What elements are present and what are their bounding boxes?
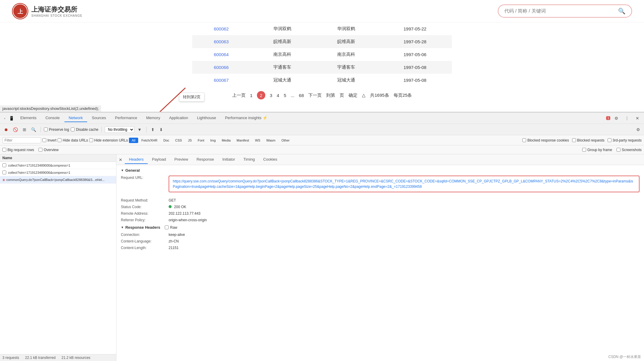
search-btn[interactable]: 🔍: [30, 126, 38, 133]
tab-performance-insights[interactable]: Performance insights ⚡: [221, 114, 272, 122]
filter-type-font[interactable]: Font: [195, 138, 207, 143]
overview-checkbox[interactable]: [38, 148, 42, 152]
request-url-value[interactable]: https://query.sse.com.cn/sseQuery/common…: [173, 179, 633, 189]
request-method-value: GET: [169, 198, 640, 202]
screenshots-check[interactable]: Screenshots: [617, 148, 642, 152]
tab-payload[interactable]: Payload: [148, 155, 170, 164]
stock-code[interactable]: 600067: [192, 74, 250, 87]
close-devtools-icon[interactable]: ✕: [633, 115, 642, 122]
overview-check[interactable]: Overview: [38, 148, 58, 152]
group-by-frame-checkbox[interactable]: [582, 148, 586, 152]
big-rows-check[interactable]: Big request rows: [2, 148, 34, 152]
response-section-header: Response Headers Raw: [121, 225, 640, 230]
filter-type-js[interactable]: JS: [185, 138, 195, 143]
close-headers-btn[interactable]: ✕: [119, 157, 122, 162]
record-button[interactable]: ⏺: [2, 126, 10, 133]
invert-check[interactable]: Invert: [42, 138, 56, 142]
stock-code[interactable]: 600066: [192, 61, 250, 74]
tab-preview[interactable]: Preview: [170, 155, 192, 164]
throttle-dropdown[interactable]: ▼: [136, 126, 143, 133]
hide-data-urls-checkbox[interactable]: [58, 138, 61, 142]
blocked-requests-checkbox[interactable]: [572, 138, 576, 142]
tab-sources[interactable]: Sources: [88, 114, 110, 122]
stock-code[interactable]: 600063: [192, 35, 250, 48]
tab-elements[interactable]: Elements: [16, 114, 41, 122]
third-party-checkbox[interactable]: [608, 138, 611, 142]
filter-input[interactable]: [2, 137, 41, 143]
blocked-response-cookies-check[interactable]: Blocked response cookies: [522, 138, 569, 142]
group-by-frame-check[interactable]: Group by frame: [582, 148, 612, 152]
filter-type-all[interactable]: All: [129, 138, 138, 143]
disable-cache-check[interactable]: Disable cache: [71, 127, 98, 132]
filter-type-wasm[interactable]: Wasm: [264, 138, 278, 143]
clear-button[interactable]: 🚫: [11, 126, 19, 133]
filter-type-other[interactable]: Other: [279, 138, 292, 143]
throttle-select[interactable]: No throttling: [105, 126, 134, 133]
blocked-requests-check[interactable]: Blocked requests: [572, 138, 605, 142]
devtools-main: Name collect?stm=1719123489000&compress=…: [0, 154, 644, 361]
request-list-item[interactable]: collect?stm=1719123489006&compress=1: [0, 169, 116, 176]
filter-type-media[interactable]: Media: [219, 138, 233, 143]
tab-console[interactable]: Console: [41, 114, 64, 122]
preserve-log-checkbox[interactable]: [44, 127, 48, 131]
filter-type-doc[interactable]: Doc: [161, 138, 172, 143]
xhr-icon: ◈: [2, 178, 5, 182]
req-checkbox[interactable]: [2, 163, 6, 167]
tab-cookies[interactable]: Cookies: [259, 155, 281, 164]
search-button[interactable]: 🔍: [618, 7, 625, 15]
settings-icon[interactable]: ⚙: [612, 115, 621, 122]
next-page[interactable]: 下一页: [308, 93, 322, 98]
filter-type-fetch-xhr[interactable]: Fetch/XHR: [139, 138, 160, 143]
screenshots-checkbox[interactable]: [617, 148, 620, 152]
third-party-check[interactable]: 3rd-party requests: [608, 138, 642, 142]
search-bar[interactable]: 🔍: [498, 4, 632, 18]
stock-code[interactable]: 600064: [192, 48, 250, 61]
tab-lighthouse[interactable]: Lighthouse: [193, 114, 220, 122]
raw-checkbox-input[interactable]: [165, 225, 169, 229]
page-4[interactable]: 4: [277, 93, 279, 98]
preserve-log-check[interactable]: Preserve log: [44, 127, 69, 132]
tab-memory[interactable]: Memory: [142, 114, 164, 122]
filter-type-img[interactable]: Img: [208, 138, 218, 143]
device-icon[interactable]: 📱: [7, 115, 16, 122]
blocked-response-cookies-checkbox[interactable]: [522, 138, 526, 142]
prev-page[interactable]: 上一页: [232, 93, 246, 98]
import-icon[interactable]: ⬆: [150, 126, 156, 133]
request-list-item[interactable]: collect?stm=1719123489000&compress=1: [0, 162, 116, 169]
tab-performance[interactable]: Performance: [111, 114, 141, 122]
filter-type-manifest[interactable]: Manifest: [234, 138, 252, 143]
tab-network[interactable]: Network: [64, 114, 87, 122]
current-page[interactable]: 2: [257, 91, 265, 99]
filter-bar: Invert Hide data URLs Hide extension URL…: [0, 135, 644, 145]
stock-name-cn: 华润双鹤: [250, 22, 314, 35]
tab-initiator[interactable]: Initiator: [218, 155, 239, 164]
invert-checkbox[interactable]: [42, 138, 46, 142]
filter-type-ws[interactable]: WS: [252, 138, 263, 143]
hide-extension-checkbox[interactable]: [89, 138, 93, 142]
inspector-icon[interactable]: ◦: [2, 115, 7, 122]
status-code-label: Status Code:: [121, 205, 169, 209]
hide-data-urls-check[interactable]: Hide data URLs: [58, 138, 88, 142]
page-5[interactable]: 5: [284, 93, 286, 98]
page-1[interactable]: 1: [250, 93, 252, 98]
request-list-item[interactable]: ◈ commonQuery.do?jsonCallBack=jsonpCallb…: [0, 176, 116, 184]
more-options-icon[interactable]: ⋮: [623, 115, 631, 122]
page-3[interactable]: 3: [270, 93, 272, 98]
raw-checkbox[interactable]: Raw: [165, 225, 177, 230]
req-checkbox[interactable]: [2, 170, 6, 174]
network-settings-icon[interactable]: ⚙: [635, 126, 642, 133]
filter-icon-btn[interactable]: ⊞: [21, 126, 28, 133]
disable-cache-checkbox[interactable]: [71, 127, 75, 131]
confirm-btn[interactable]: 确定: [349, 93, 358, 98]
tab-headers[interactable]: Headers: [125, 155, 148, 164]
tab-response[interactable]: Response: [192, 155, 218, 164]
tab-application[interactable]: Application: [165, 114, 192, 122]
export-icon[interactable]: ⬇: [158, 126, 164, 133]
search-input[interactable]: [504, 8, 618, 14]
stock-code[interactable]: 600062: [192, 22, 250, 35]
page-68[interactable]: 68: [299, 93, 304, 98]
tab-timing[interactable]: Timing: [239, 155, 259, 164]
filter-type-css[interactable]: CSS: [172, 138, 185, 143]
big-rows-checkbox[interactable]: [2, 148, 6, 152]
hide-extension-check[interactable]: Hide extension URLs: [89, 138, 128, 142]
